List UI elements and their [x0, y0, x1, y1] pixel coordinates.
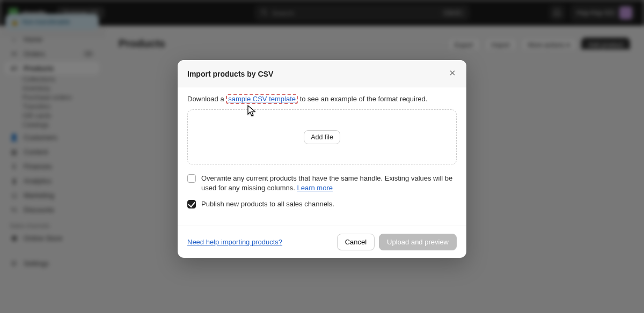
sample-template-highlight: sample CSV template	[226, 94, 298, 104]
help-link[interactable]: Need help importing products?	[187, 238, 282, 246]
download-template-text: Download a sample CSV template to see an…	[187, 95, 457, 103]
close-icon[interactable]	[448, 69, 457, 79]
learn-more-link[interactable]: Learn more	[297, 184, 332, 192]
upload-preview-button[interactable]: Upload and preview	[379, 234, 457, 250]
import-csv-modal: Import products by CSV Download a sample…	[178, 60, 466, 258]
overwrite-checkbox[interactable]	[187, 174, 196, 183]
publish-option[interactable]: Publish new products to all sales channe…	[187, 199, 457, 209]
sample-csv-link[interactable]: sample CSV template	[228, 95, 296, 103]
publish-checkbox[interactable]	[187, 200, 196, 208]
file-dropzone[interactable]: Add file	[187, 109, 457, 165]
overwrite-option[interactable]: Overwrite any current products that have…	[187, 174, 457, 193]
cancel-button[interactable]: Cancel	[337, 234, 375, 250]
modal-title: Import products by CSV	[187, 70, 273, 78]
add-file-button[interactable]: Add file	[304, 130, 340, 144]
